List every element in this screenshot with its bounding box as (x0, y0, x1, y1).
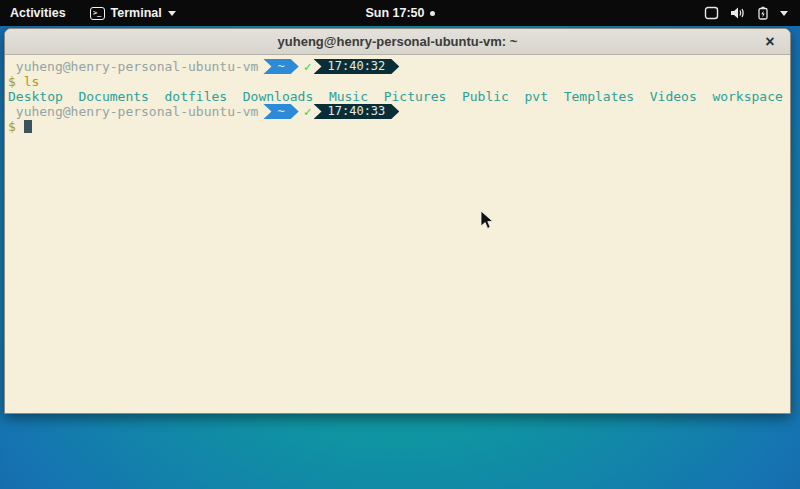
directory-name: Music (329, 89, 368, 104)
directory-name: workspace (712, 89, 782, 104)
directory-name: Videos (650, 89, 697, 104)
chevron-down-icon (780, 11, 788, 16)
close-button[interactable]: × (759, 31, 781, 53)
prompt-symbol: $ (8, 119, 16, 134)
app-menu-label: Terminal (111, 6, 162, 20)
desktop-wallpaper: Activities >_ Terminal Sun 17:50 (0, 0, 800, 489)
top-bar: Activities >_ Terminal Sun 17:50 (0, 0, 800, 26)
directory-name: dotfiles (165, 89, 228, 104)
status-check-icon: ✓ (304, 104, 312, 119)
terminal-icon: >_ (90, 7, 105, 20)
battery-charging-icon (757, 6, 769, 20)
powerline-time-segment: 17:40:32 (314, 59, 400, 74)
activities-button[interactable]: Activities (0, 0, 80, 26)
volume-icon (730, 6, 746, 20)
prompt-line: yuheng@henry-personal-ubuntu-vm~✓17:40:3… (8, 59, 790, 74)
status-check-icon: ✓ (304, 59, 312, 74)
powerline-path-segment: ~ (263, 59, 298, 74)
prompt-user-host: yuheng@henry-personal-ubuntu-vm (8, 104, 258, 119)
ls-output-line: DesktopDocumentsdotfilesDownloadsMusicPi… (8, 89, 790, 104)
command-text: ls (24, 74, 40, 89)
directory-name: Documents (78, 89, 148, 104)
display-icon (704, 6, 719, 20)
command-line: $ls (8, 74, 790, 89)
window-titlebar[interactable]: yuheng@henry-personal-ubuntu-vm: ~ × (5, 29, 790, 55)
prompt-line: yuheng@henry-personal-ubuntu-vm~✓17:40:3… (8, 104, 790, 119)
directory-name: Desktop (8, 89, 63, 104)
directory-name: Downloads (243, 89, 313, 104)
clock-label: Sun 17:50 (365, 6, 424, 20)
terminal-content[interactable]: yuheng@henry-personal-ubuntu-vm~✓17:40:3… (5, 55, 790, 414)
prompt-symbol: $ (8, 74, 16, 89)
directory-name: pvt (525, 89, 548, 104)
current-prompt-line: $ (8, 119, 790, 134)
terminal-cursor (24, 120, 32, 133)
directory-name: Pictures (384, 89, 447, 104)
powerline-time-segment: 17:40:33 (314, 104, 400, 119)
chevron-down-icon (168, 11, 176, 16)
prompt-user-host: yuheng@henry-personal-ubuntu-vm (8, 59, 258, 74)
window-title: yuheng@henry-personal-ubuntu-vm: ~ (278, 34, 518, 49)
notification-dot-icon (430, 11, 435, 16)
system-status-menu[interactable] (704, 0, 800, 26)
terminal-window: yuheng@henry-personal-ubuntu-vm: ~ × yuh… (4, 28, 791, 414)
powerline-path-segment: ~ (263, 104, 298, 119)
directory-name: Templates (564, 89, 634, 104)
directory-name: Public (462, 89, 509, 104)
clock-button[interactable]: Sun 17:50 (365, 6, 434, 20)
app-menu-terminal[interactable]: >_ Terminal (80, 0, 186, 26)
